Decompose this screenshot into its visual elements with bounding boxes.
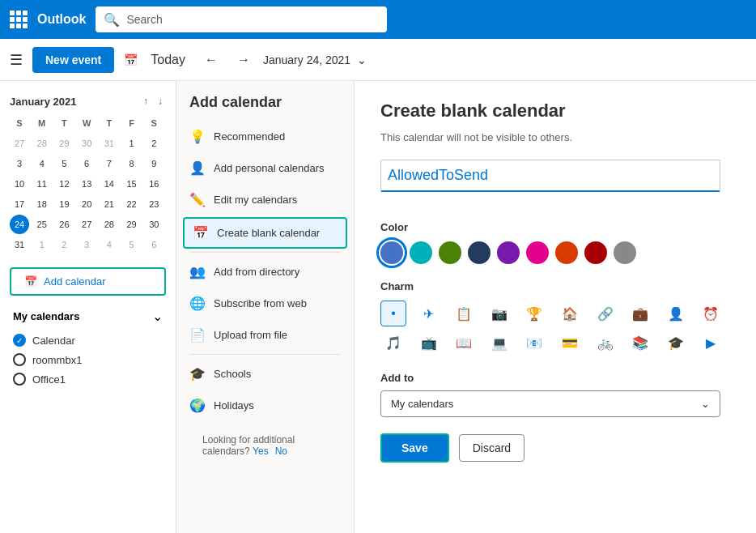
add-to-dropdown[interactable]: My calendars ⌄ (380, 390, 720, 417)
mini-cal-day[interactable]: 19 (54, 194, 74, 214)
add-cal-item-upload[interactable]: 📄 Upload from file (176, 319, 354, 351)
mini-cal-day[interactable]: 6 (77, 154, 96, 173)
calendar-item-office1[interactable]: Office1 (0, 369, 176, 389)
mini-cal-day[interactable]: 5 (54, 154, 74, 173)
mini-cal-day[interactable]: 3 (10, 154, 29, 173)
mini-cal-day[interactable]: 6 (144, 235, 164, 254)
calendar-checkbox-calendar[interactable]: ✓ (13, 334, 26, 347)
color-pink[interactable] (526, 241, 549, 264)
charm-dot[interactable]: • (380, 301, 406, 326)
add-cal-item-directory[interactable]: 👥 Add from directory (176, 256, 354, 288)
mini-cal-day[interactable]: 8 (122, 154, 142, 173)
charm-trophy[interactable]: 🏆 (521, 301, 547, 326)
color-navy[interactable] (468, 241, 491, 264)
mini-cal-day[interactable]: 22 (122, 194, 142, 214)
color-blue[interactable] (380, 241, 403, 264)
calendar-item-roommbx1[interactable]: roommbx1 (0, 350, 176, 369)
mini-cal-today[interactable]: 24 (10, 215, 29, 234)
mini-cal-day[interactable]: 29 (122, 215, 142, 234)
calendar-name-input[interactable] (380, 160, 720, 192)
mini-cal-day[interactable]: 21 (100, 194, 119, 214)
mini-cal-day[interactable]: 31 (10, 235, 29, 254)
mini-cal-day[interactable]: 11 (32, 174, 52, 194)
charm-home[interactable]: 🏠 (557, 301, 583, 326)
mini-cal-day[interactable]: 25 (32, 215, 52, 234)
charm-briefcase[interactable]: 💼 (627, 301, 653, 326)
charm-tv[interactable]: 📺 (416, 330, 442, 356)
prev-button[interactable]: ← (198, 49, 224, 70)
mini-cal-day[interactable]: 26 (54, 215, 74, 234)
charm-play[interactable]: ▶ (698, 330, 724, 356)
mini-cal-day[interactable]: 27 (10, 134, 29, 153)
add-cal-item-subscribe[interactable]: 🌐 Subscribe from web (176, 288, 354, 319)
my-calendars-section[interactable]: My calendars ⌄ (0, 302, 176, 330)
add-calendar-button[interactable]: 📅 Add calendar (10, 267, 166, 296)
color-green[interactable] (439, 241, 461, 264)
charm-books[interactable]: 📚 (627, 330, 653, 356)
mini-cal-day[interactable]: 13 (77, 174, 96, 194)
mini-cal-day[interactable]: 5 (122, 235, 142, 254)
mini-cal-day[interactable]: 14 (100, 174, 119, 194)
charm-link[interactable]: 🔗 (592, 301, 618, 326)
mini-cal-day[interactable]: 15 (122, 174, 142, 194)
hamburger-menu[interactable]: ☰ (10, 51, 23, 69)
mini-cal-day[interactable]: 12 (54, 174, 74, 194)
next-button[interactable]: → (231, 49, 257, 70)
no-link[interactable]: No (275, 446, 287, 457)
add-cal-item-schools[interactable]: 🎓 Schools (176, 358, 354, 390)
charm-clipboard[interactable]: 📋 (451, 301, 477, 326)
add-cal-item-recommended[interactable]: 💡 Recommended (176, 121, 354, 152)
charm-music[interactable]: 🎵 (380, 330, 406, 356)
mini-cal-day[interactable]: 28 (32, 134, 52, 153)
mini-cal-day[interactable]: 29 (54, 134, 74, 153)
calendar-checkbox-office1[interactable] (13, 373, 26, 386)
charm-clock[interactable]: ⏰ (698, 301, 724, 326)
charm-mail[interactable]: 📧 (521, 330, 547, 356)
mini-cal-up[interactable]: ↑ (140, 94, 151, 109)
color-teal[interactable] (410, 241, 432, 264)
color-orange[interactable] (555, 241, 578, 264)
save-button[interactable]: Save (380, 433, 449, 463)
add-cal-item-holidays[interactable]: 🌍 Holidays (176, 390, 354, 421)
mini-cal-day[interactable]: 28 (100, 215, 119, 234)
color-red[interactable] (584, 241, 607, 264)
date-dropdown-icon[interactable]: ⌄ (357, 53, 367, 66)
today-button[interactable]: Today (144, 49, 192, 70)
mini-cal-day[interactable]: 10 (10, 174, 29, 194)
mini-cal-day[interactable]: 2 (54, 235, 74, 254)
add-cal-item-personal[interactable]: 👤 Add personal calendars (176, 152, 354, 184)
charm-camera[interactable]: 📷 (486, 301, 512, 326)
calendar-item-main[interactable]: ✓ Calendar (0, 330, 176, 350)
mini-cal-day[interactable]: 16 (144, 174, 164, 194)
charm-card[interactable]: 💳 (557, 330, 583, 356)
charm-person[interactable]: 👤 (663, 301, 689, 326)
mini-cal-down[interactable]: ↓ (155, 94, 166, 109)
search-bar[interactable]: 🔍 Search (96, 6, 387, 32)
mini-cal-day[interactable]: 30 (77, 134, 96, 153)
color-purple[interactable] (497, 241, 520, 264)
mini-cal-day[interactable]: 1 (32, 235, 52, 254)
charm-graduation[interactable]: 🎓 (663, 330, 689, 356)
charm-book[interactable]: 📖 (451, 330, 477, 356)
mini-cal-day[interactable]: 20 (77, 194, 96, 214)
new-event-button[interactable]: New event (32, 47, 114, 73)
yes-link[interactable]: Yes (253, 446, 269, 457)
mini-cal-day[interactable]: 4 (100, 235, 119, 254)
add-cal-item-edit-my[interactable]: ✏️ Edit my calendars (176, 184, 354, 215)
charm-laptop[interactable]: 💻 (486, 330, 512, 356)
mini-cal-day[interactable]: 17 (10, 194, 29, 214)
calendar-checkbox-roommbx1[interactable] (13, 353, 26, 366)
color-gray[interactable] (614, 241, 636, 264)
mini-cal-day[interactable]: 7 (100, 154, 119, 173)
discard-button[interactable]: Discard (459, 434, 525, 462)
charm-plane[interactable]: ✈ (416, 301, 442, 326)
mini-cal-day[interactable]: 1 (122, 134, 142, 153)
mini-cal-day[interactable]: 3 (77, 235, 96, 254)
waffle-icon[interactable] (10, 11, 28, 28)
mini-cal-day[interactable]: 2 (144, 134, 164, 153)
mini-cal-day[interactable]: 4 (32, 154, 52, 173)
mini-cal-day[interactable]: 23 (144, 194, 164, 214)
add-cal-item-create-blank[interactable]: 📅 Create blank calendar (183, 217, 347, 249)
mini-cal-day[interactable]: 18 (32, 194, 52, 214)
mini-cal-day[interactable]: 27 (77, 215, 96, 234)
